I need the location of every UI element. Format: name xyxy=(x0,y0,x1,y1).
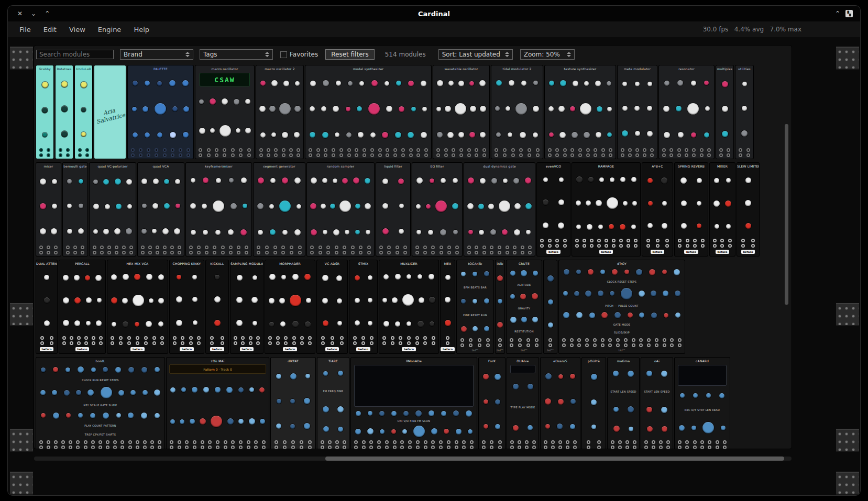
favorites-checkbox[interactable] xyxy=(280,51,287,58)
brand-filter-dropdown[interactable]: Brand xyxy=(120,49,193,60)
reset-filters-button[interactable]: Reset filters xyxy=(325,49,375,60)
module-rotatoes[interactable]: Rotatoes xyxy=(56,65,73,159)
module-tocante[interactable]: tOCAnTeBPM BEATS BARFINE RESET RUNbid°° xyxy=(457,260,493,353)
maximize-icon[interactable]: ⌃ xyxy=(45,10,50,17)
jack-port xyxy=(447,440,451,444)
module-resonator[interactable]: resonator xyxy=(659,65,714,159)
module-dual-dynamics-gate[interactable]: dual dynamics gate xyxy=(464,163,535,256)
close-icon[interactable]: ✕ xyxy=(17,10,23,17)
rack-rail xyxy=(836,303,859,326)
module-zo-ma[interactable]: zOù MAïPattern 0 · Track 0 xyxy=(167,358,269,449)
module-a-b-c[interactable]: A*B+Cbefaco xyxy=(642,163,673,256)
vertical-scrollbar[interactable] xyxy=(785,124,788,305)
minimize-icon[interactable]: ⌄ xyxy=(31,10,36,17)
module-spring-reverb[interactable]: SPRING REVERBbefaco xyxy=(675,163,708,256)
horizontal-scrollbar-thumb[interactable] xyxy=(325,457,784,461)
module-panel[interactable]: bid°° xyxy=(544,260,557,353)
search-input[interactable] xyxy=(36,50,114,59)
module-macro-oscillator[interactable]: macro oscillatorCSAW xyxy=(195,65,254,159)
knob xyxy=(558,199,564,205)
jack-port xyxy=(482,446,486,449)
module-palette[interactable]: PALETTE xyxy=(128,65,193,159)
module-canard[interactable]: cANARdREC O/T STRT LEN READ xyxy=(675,358,730,449)
module-hex-mix-vca[interactable]: HEX MIX VCAbefaco xyxy=(107,260,168,353)
module-chute[interactable]: ChUTEALTITUDEGRAVITYRESTITUTIONbid°° xyxy=(507,260,542,353)
module-utilities[interactable]: utilities xyxy=(735,65,753,159)
module-meta-modulator[interactable]: meta modulator xyxy=(618,65,657,159)
module-bernoulli-gate[interactable]: bernoulli gate xyxy=(63,163,87,256)
module-jacks xyxy=(170,335,204,347)
menu-help[interactable]: Help xyxy=(134,26,149,34)
tags-filter-dropdown[interactable]: Tags xyxy=(200,49,273,60)
module-multiples[interactable]: multiples xyxy=(716,65,733,159)
knob xyxy=(260,132,266,138)
module-vc-adsr[interactable]: VC ADSRbefaco xyxy=(317,260,347,353)
module-morphader[interactable]: MORPHADERbefaco xyxy=(265,260,315,353)
horizontal-scrollbar-track[interactable] xyxy=(34,457,792,461)
knob xyxy=(610,177,614,182)
module-random-sampler[interactable]: random sampler xyxy=(307,163,374,256)
module-evenvco[interactable]: evenVCObefaco xyxy=(537,163,570,256)
module-chopping-kinky[interactable]: CHOPPING KINKYbefaco xyxy=(170,260,204,353)
module-fork[interactable]: ForK xyxy=(479,358,505,449)
sort-dropdown[interactable]: Sort: Last updated xyxy=(438,49,513,60)
module-edsaros[interactable]: eDsaroS xyxy=(541,358,580,449)
module-macro-oscillator-2[interactable]: macro oscillator 2 xyxy=(256,65,303,159)
module-bordl[interactable]: bordLCLOCK RUN RESET STEPSKEY SCALE GATE… xyxy=(36,358,164,449)
module-eq-filter[interactable]: EQ filter xyxy=(412,163,462,256)
knob xyxy=(338,427,343,432)
module-oa[interactable]: oAïSTART LEN SPEED xyxy=(641,358,673,449)
zoom-dropdown[interactable]: Zoom: 50% xyxy=(520,49,575,60)
module-dtroy[interactable]: dTrOYCLOCK RESET STEPSPITCH — PULSE COUN… xyxy=(559,260,685,353)
module-texture-synthesizer[interactable]: texture synthesizer xyxy=(545,65,616,159)
module-muxlicer[interactable]: MUXLICERbefaco xyxy=(379,260,438,353)
module-kickall[interactable]: KICKALLbefaco xyxy=(206,260,228,353)
module-wavetable-oscillator[interactable]: wavetable oscillator xyxy=(433,65,489,159)
module-stmix[interactable]: STMIXbefaco xyxy=(349,260,377,353)
menu-engine[interactable]: Engine xyxy=(98,26,122,34)
knob xyxy=(622,130,628,137)
module-late[interactable]: lATebid°° xyxy=(496,260,504,353)
jack-port xyxy=(423,251,427,254)
knob xyxy=(44,275,49,280)
module-modal-synthesizer[interactable]: modal synthesizer xyxy=(305,65,431,159)
module-mixer[interactable]: MIXERbefaco xyxy=(710,163,735,256)
module-liquid-filter[interactable]: liquid filter xyxy=(376,163,410,256)
module-limonade[interactable]: lIMonADeUNI V/O FINE FM SCAN xyxy=(351,358,477,449)
module-sampling-modulator[interactable]: SAMPLING MODULATORbefaco xyxy=(230,260,263,353)
module-tidal-modulator-2[interactable]: tidal modulator 2 xyxy=(491,65,543,159)
module-diktat[interactable]: dIKTAT xyxy=(271,358,315,449)
module-percall[interactable]: PERCALLbefaco xyxy=(59,260,105,353)
module-dual-attenuverter[interactable]: DUAL ATTENUVERTERbefaco xyxy=(36,260,57,353)
module-ouaive[interactable]: OUAIveTYPE PLAY MODE xyxy=(507,358,539,449)
module-keyframer-mixer[interactable]: keyframer/mixer xyxy=(186,163,251,256)
module-po-pr[interactable]: pOùPrè xyxy=(582,358,606,449)
jack-port xyxy=(362,148,366,152)
module-magma[interactable]: maGmaSTART LEN SPEED xyxy=(608,358,639,449)
knob xyxy=(635,131,640,136)
module-grabby[interactable]: Grabby xyxy=(36,65,53,159)
module-panel[interactable]: Aria Salvatrice xyxy=(94,65,126,159)
menu-file[interactable]: File xyxy=(19,26,31,34)
module-rampage[interactable]: RAMPAGEbefaco xyxy=(572,163,640,256)
module-undular[interactable]: UnduLaR xyxy=(75,65,92,159)
knob xyxy=(44,320,50,326)
module-segment-generator[interactable]: segment generator xyxy=(254,163,305,256)
module-controls xyxy=(491,71,543,147)
menu-view[interactable]: View xyxy=(69,26,85,34)
jack-port xyxy=(106,440,109,444)
module-tiare[interactable]: TiAREFM FREQ FINE xyxy=(317,358,349,449)
app-logo-icon[interactable]: ▚ xyxy=(845,10,853,17)
module-title: ChUTE xyxy=(507,260,542,266)
knob xyxy=(158,298,164,304)
jack-port xyxy=(310,246,314,249)
module-slew-limiter[interactable]: SLEW LIMITERbefaco xyxy=(737,163,759,256)
jack-port xyxy=(47,148,50,152)
module-mixer[interactable]: mixer xyxy=(36,163,61,256)
raise-icon[interactable]: ⌃ xyxy=(835,10,840,17)
knob xyxy=(114,228,120,235)
module-quad-vc-polarizer[interactable]: quad VC-polarizer xyxy=(90,163,136,256)
menu-edit[interactable]: Edit xyxy=(43,26,57,34)
module-quad-vca[interactable]: quad VCA xyxy=(138,163,184,256)
module-mex[interactable]: MEXbefaco xyxy=(441,260,455,353)
